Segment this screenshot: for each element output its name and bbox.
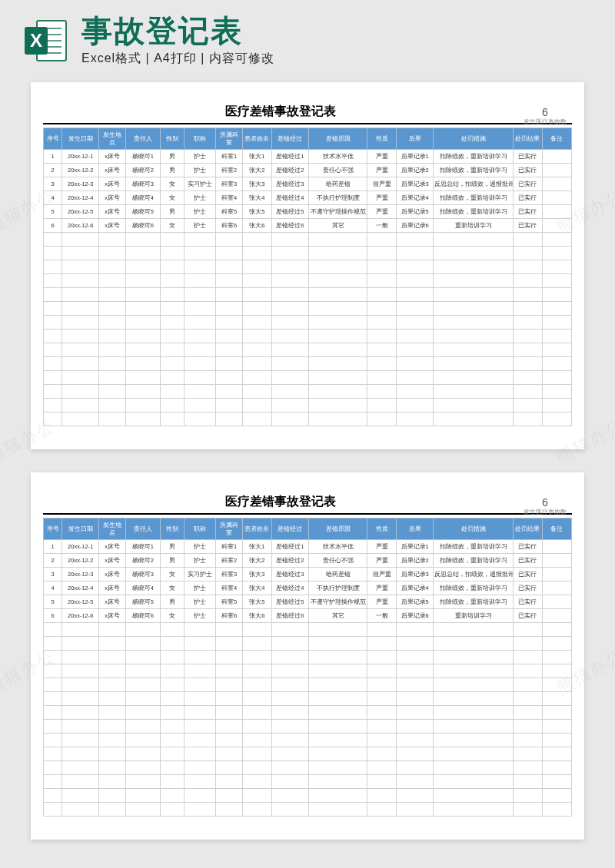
cell-action: 扣除绩效，重新培训学习 [434,191,514,205]
table-row-empty [44,775,572,789]
table-body: 120xx-12-1x床号杨晓可1男护士科室1张大1差错经过1技术水平低严重后果… [44,150,572,426]
cell-gender: 男 [160,595,184,609]
table-row-empty [44,651,572,664]
count-block: 6 发生医疗事故数 [518,497,572,516]
col-process: 差错经过 [271,128,308,150]
cell-process: 差错经过2 [271,554,308,568]
cell-nature: 严重 [367,540,397,554]
cell-loc: x床号 [99,581,126,595]
cell-process: 差错经过3 [271,177,308,191]
template-header: X 事故登记表 Excel格式 | A4打印 | 内容可修改 [0,0,615,75]
col-action: 处罚措施 [434,518,514,540]
table-row-empty [44,343,572,357]
col-loc: 发生地点 [99,128,126,150]
cell-seq: 2 [44,554,62,568]
table-row-empty [44,302,572,316]
cell-seq: 6 [44,609,62,623]
col-job: 职称 [184,518,215,540]
cell-punres: 已实行 [513,581,542,595]
cell-seq: 3 [44,568,62,581]
cell-note [542,191,571,205]
col-seq: 序号 [44,128,62,150]
cell-person: 杨晓可3 [125,177,160,191]
cell-nature: 严重 [367,581,397,595]
cell-punres: 已实行 [513,609,542,623]
cell-reason: 技术水平低 [309,150,367,164]
cell-process: 差错经过4 [271,581,308,595]
cell-loc: x床号 [99,540,126,554]
cell-person: 杨晓可6 [125,609,160,623]
table-row-empty [44,720,572,734]
cell-action: 扣除绩效，重新培训学习 [434,540,514,554]
cell-result: 后果记录4 [397,191,434,205]
table-row: 520xx-12-5x床号杨晓可5男护士科室5张大5差错经过5不遵守护理操作规范… [44,595,572,609]
cell-date: 20xx-12-6 [62,609,99,623]
col-person: 责任人 [125,128,160,150]
col-note: 备注 [542,128,571,150]
cell-gender: 女 [160,609,184,623]
cell-loc: x床号 [99,554,126,568]
cell-note [542,150,571,164]
accident-table: 序号 发生日期 发生地点 责任人 性别 职称 所属科室 患者姓名 差错经过 差错… [43,128,572,426]
table-row-empty [44,357,572,371]
cell-job: 实习护士 [184,177,215,191]
cell-date: 20xx-12-2 [62,164,99,177]
cell-patient: 张大5 [242,205,271,219]
cell-date: 20xx-12-5 [62,205,99,219]
cell-note [542,554,571,568]
cell-nature: 很严重 [367,568,397,581]
cell-punres: 已实行 [513,568,542,581]
cell-date: 20xx-12-1 [62,540,99,554]
table-header: 序号 发生日期 发生地点 责任人 性别 职称 所属科室 患者姓名 差错经过 差错… [44,518,572,540]
cell-nature: 严重 [367,595,397,609]
table-row: 620xx-12-6x床号杨晓可6女护士科室6张大6差错经过6其它一般后果记录6… [44,219,572,233]
cell-result: 后果记录5 [397,595,434,609]
cell-person: 杨晓可1 [125,150,160,164]
cell-loc: x床号 [99,205,126,219]
col-action: 处罚措施 [434,128,514,150]
cell-dept: 科室4 [216,581,243,595]
cell-note [542,609,571,623]
cell-dept: 科室2 [216,164,243,177]
cell-date: 20xx-12-3 [62,568,99,581]
header-text: 事故登记表 Excel格式 | A4打印 | 内容可修改 [81,14,274,67]
col-punres: 处罚结果 [513,518,542,540]
cell-result: 后果记录5 [397,205,434,219]
col-patient: 患者姓名 [242,518,271,540]
cell-seq: 1 [44,540,62,554]
table-row-empty [44,747,572,761]
col-punres: 处罚结果 [513,128,542,150]
cell-punres: 已实行 [513,219,542,233]
cell-nature: 严重 [367,164,397,177]
cell-note [542,177,571,191]
cell-dept: 科室4 [216,191,243,205]
svg-text:X: X [30,30,42,51]
cell-action: 反思总结，扣绩效，通报批评 [434,568,514,581]
cell-seq: 1 [44,150,62,164]
col-reason: 差错原因 [309,518,367,540]
cell-dept: 科室2 [216,554,243,568]
cell-nature: 一般 [367,219,397,233]
table-row: 220xx-12-2x床号杨晓可2男护士科室2张大2差错经过2责任心不强严重后果… [44,554,572,568]
cell-gender: 女 [160,581,184,595]
cell-dept: 科室3 [216,568,243,581]
cell-job: 护士 [184,150,215,164]
cell-patient: 张大4 [242,581,271,595]
cell-loc: x床号 [99,568,126,581]
table-row: 120xx-12-1x床号杨晓可1男护士科室1张大1差错经过1技术水平低严重后果… [44,540,572,554]
cell-reason: 责任心不强 [309,164,367,177]
cell-person: 杨晓可5 [125,205,160,219]
cell-dept: 科室5 [216,205,243,219]
cell-nature: 很严重 [367,177,397,191]
cell-patient: 张大2 [242,554,271,568]
cell-patient: 张大3 [242,568,271,581]
col-note: 备注 [542,518,571,540]
excel-icon: X [23,18,69,64]
cell-note [542,595,571,609]
table-row-empty [44,623,572,637]
table-row-empty [44,288,572,302]
cell-person: 杨晓可2 [125,554,160,568]
cell-action: 扣除绩效，重新培训学习 [434,581,514,595]
cell-action: 重新培训学习 [434,219,514,233]
table-row-empty [44,399,572,412]
